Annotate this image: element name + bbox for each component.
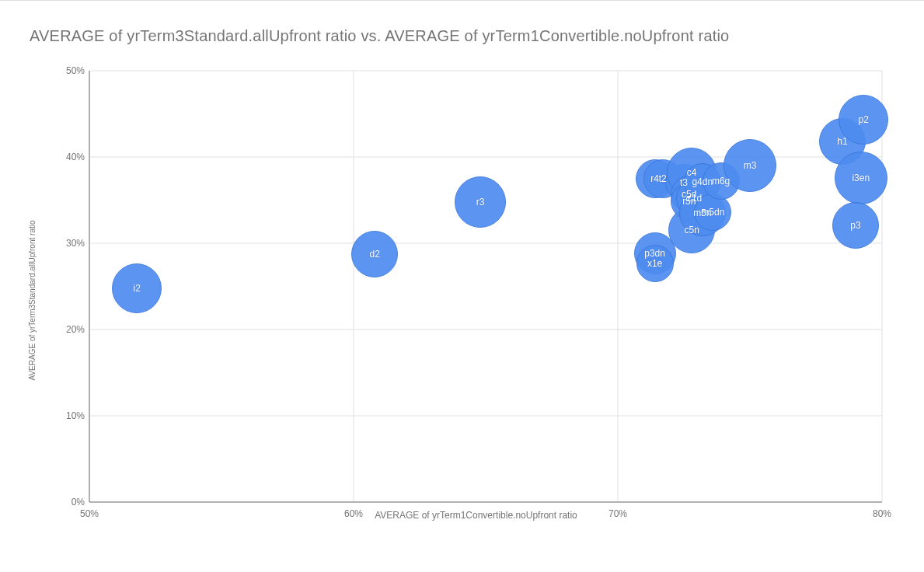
x-axis-label: AVERAGE of yrTerm1Convertible.noUpfront … (375, 510, 577, 521)
bubble-p3[interactable] (832, 202, 879, 249)
x-tick: 60% (344, 508, 363, 519)
x-tick: 70% (608, 508, 627, 519)
bubble-x1e[interactable] (636, 245, 674, 282)
bubble-p2[interactable] (839, 95, 888, 145)
y-tick: 30% (63, 238, 85, 249)
y-tick: 50% (63, 65, 85, 76)
bubble-m3[interactable] (724, 139, 776, 192)
x-tick: 50% (80, 508, 99, 519)
y-axis-label: AVERAGE of yrTerm3Standard.allUpfront ra… (28, 220, 37, 380)
bubble-i3en[interactable] (835, 152, 887, 204)
chart-frame: AVERAGE of yrTerm3Standard.allUpfront ra… (0, 0, 924, 572)
chart-title: AVERAGE of yrTerm3Standard.allUpfront ra… (30, 27, 729, 45)
bubble-m5dn[interactable] (694, 194, 731, 231)
y-tick: 20% (63, 324, 85, 335)
plot-area: AVERAGE of yrTerm3Standard.allUpfront ra… (66, 67, 886, 525)
y-tick: 0% (63, 497, 85, 507)
x-tick: 80% (873, 508, 891, 519)
bubble-i2[interactable] (112, 263, 162, 313)
grid-svg (66, 67, 886, 525)
bubble-r3[interactable] (455, 176, 506, 228)
y-tick: 40% (63, 152, 85, 162)
bubble-d2[interactable] (351, 231, 398, 277)
y-tick: 10% (63, 410, 85, 421)
